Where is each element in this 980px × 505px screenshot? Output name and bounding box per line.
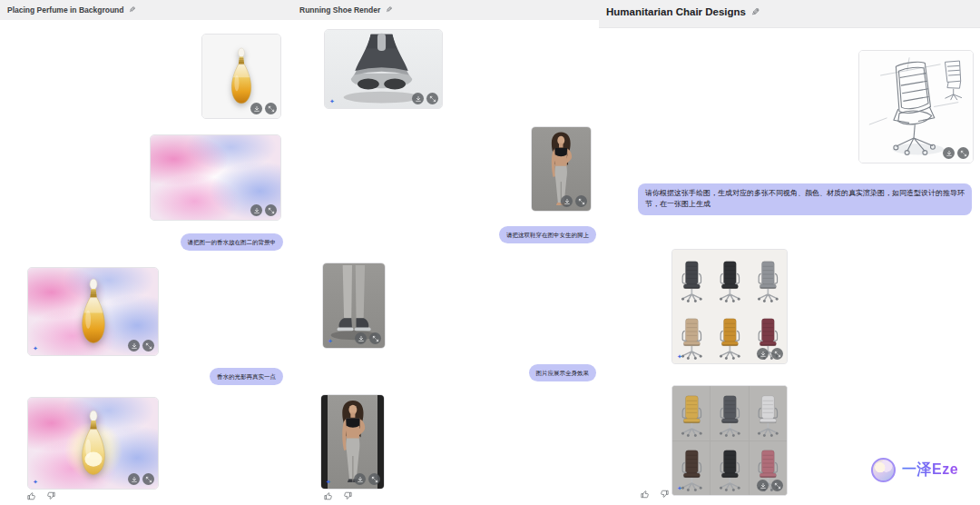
download-button[interactable] <box>561 195 573 207</box>
chair-render <box>710 250 748 306</box>
perfume-bottle-image[interactable] <box>201 34 281 119</box>
conversation-title-chair: Humanitarian Chair Designs ✎ <box>606 6 760 17</box>
thumb-down-icon[interactable] <box>343 491 352 500</box>
watermark-label: 一泽Eze <box>902 460 958 480</box>
download-button[interactable] <box>412 93 424 104</box>
download-button[interactable] <box>250 103 262 114</box>
feedback-row <box>641 490 669 499</box>
expand-button[interactable] <box>369 332 381 344</box>
chair-renders-grid-2[interactable]: ✦ <box>671 385 788 496</box>
ai-sparkle-icon: ✦ <box>33 479 38 485</box>
chair-render <box>710 441 748 496</box>
ai-sparkle-icon: ✦ <box>677 485 682 491</box>
expand-button[interactable] <box>771 480 783 491</box>
user-message-bubble: 请把这双鞋穿在图中女生的脚上 <box>499 226 596 243</box>
expand-button[interactable] <box>265 204 277 216</box>
ai-sparkle-icon: ✦ <box>329 98 335 104</box>
expand-button[interactable] <box>957 147 969 159</box>
thumb-down-icon[interactable] <box>660 490 669 499</box>
shoes-on-legs-image[interactable]: ✦ <box>322 262 386 349</box>
chair-sketch-image[interactable] <box>858 50 974 163</box>
chair-render <box>672 386 710 441</box>
expand-button[interactable] <box>265 103 277 114</box>
chair-render <box>710 386 748 441</box>
perfume-on-marble-image[interactable]: ✦ <box>27 267 159 356</box>
expand-button[interactable] <box>426 93 438 104</box>
chair-render <box>750 250 787 306</box>
app-canvas: Placing Perfume in Background ✎ Running … <box>0 0 980 505</box>
download-button[interactable] <box>757 348 769 360</box>
expand-button[interactable] <box>368 473 380 485</box>
expand-button[interactable] <box>142 340 154 352</box>
chair-sketch-art <box>859 51 973 163</box>
thumb-up-icon[interactable] <box>324 491 333 500</box>
ai-sparkle-icon: ✦ <box>328 338 333 344</box>
download-button[interactable] <box>757 480 769 491</box>
feedback-row <box>324 491 352 500</box>
download-button[interactable] <box>128 340 140 352</box>
user-message-bubble: 图片应展示全身效果 <box>529 364 597 381</box>
ai-sparkle-icon: ✦ <box>33 345 38 352</box>
download-button[interactable] <box>943 147 955 159</box>
expand-button[interactable] <box>575 195 587 207</box>
chair-render <box>710 307 748 363</box>
thumb-up-icon[interactable] <box>27 491 36 500</box>
chair-renders-grid-1[interactable]: ✦ <box>671 249 788 364</box>
edit-title-icon[interactable]: ✎ <box>386 6 393 15</box>
chair-render <box>750 386 787 441</box>
conversation-title-perfume: Placing Perfume in Background ✎ <box>7 5 136 15</box>
marble-background-image[interactable] <box>150 134 281 221</box>
thumb-up-icon[interactable] <box>641 490 650 499</box>
creator-watermark: 一泽Eze <box>871 458 958 482</box>
running-shoe-image[interactable]: ✦ <box>324 29 443 109</box>
ai-sparkle-icon: ✦ <box>677 353 682 360</box>
expand-button[interactable] <box>142 473 154 485</box>
edit-title-icon[interactable]: ✎ <box>129 6 136 15</box>
download-button[interactable] <box>355 332 367 344</box>
page-title: Placing Perfume in Background <box>7 5 123 15</box>
expand-button[interactable] <box>771 348 783 360</box>
perfume-on-marble-glow-image[interactable]: ✦ <box>27 397 159 490</box>
full-body-model-image[interactable]: ✦ <box>320 394 385 490</box>
download-button[interactable] <box>354 473 366 485</box>
edit-title-icon[interactable]: ✎ <box>751 7 760 17</box>
ai-sparkle-icon: ✦ <box>326 479 331 485</box>
eze-avatar <box>871 458 896 482</box>
page-title: Humanitarian Chair Designs <box>606 6 746 17</box>
page-title: Running Shoe Render <box>299 5 380 15</box>
thumb-down-icon[interactable] <box>46 491 55 500</box>
chair-render <box>672 250 710 306</box>
user-message-bubble: 请你根据这张手绘图，生成对应的多张不同视角、颜色、材质的真实渲染图，如同造型设计… <box>638 183 972 215</box>
female-model-image[interactable] <box>531 126 592 212</box>
download-button[interactable] <box>250 204 262 216</box>
user-message-bubble: 请把图一的香水放在图二的背景中 <box>181 233 284 251</box>
user-message-bubble: 香水的光影再真实一点 <box>210 368 283 385</box>
feedback-row <box>27 491 55 500</box>
download-button[interactable] <box>128 473 140 485</box>
conversation-title-shoe: Running Shoe Render ✎ <box>299 5 393 15</box>
